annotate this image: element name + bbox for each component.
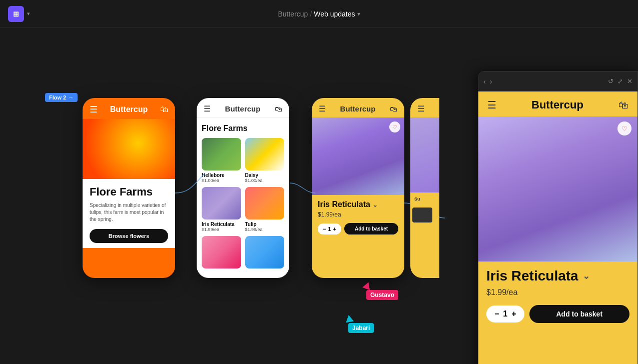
preview-hamburger-icon[interactable]: ☰ [487,99,496,111]
flow-label[interactable]: Flow 2 → [45,93,78,102]
frame-1: ☰ Buttercup 🛍 Flore Farms Specializing i… [83,98,175,278]
frame4-inner: ☰ M Su [410,98,439,278]
iris-image [202,187,241,220]
frame3-price: $1.99/ea [318,211,398,218]
frame1-content: Flore Farms Specializing in multiple var… [83,179,175,248]
product-grid: Hellebore $1.00/ea Daisy $1.00/ea Iris R… [202,138,284,270]
jabari-cursor-arrow [345,314,354,323]
frame3-hamburger-icon[interactable]: ☰ [319,104,326,114]
preview-content: ☰ Buttercup 🛍 ♡ Iris Reticulata ⌄ $1.99/… [478,92,637,364]
preview-app-header: ☰ Buttercup 🛍 [478,92,637,116]
topbar: ⊞ ▾ Buttercup / Web updates ▾ [0,0,638,28]
preview-add-to-basket-button[interactable]: Add to basket [529,305,629,323]
cursor-gustavo: Gustavo [363,282,371,289]
product-card-daisy[interactable]: Daisy $1.00/ea [245,138,285,183]
pink-flower-image [202,236,241,268]
frame2-header: ☰ Buttercup 🛍 [197,98,289,118]
product-card-hellebore[interactable]: Hellebore $1.00/ea [202,138,241,183]
product-card-blue[interactable] [245,236,285,270]
frame2-cart-icon[interactable]: 🛍 [275,104,282,113]
canvas: Flow 2 → ☰ Buttercup 🛍 Flore Farms Speci… [0,28,638,364]
preview-hero-image: ♡ [478,116,637,262]
hellebore-price: $1.00/ea [202,178,241,183]
frame1-header: ☰ Buttercup 🛍 [83,98,175,119]
frame3-header: ☰ Buttercup 🛍 [312,98,404,118]
gustavo-cursor-label: Gustavo [366,290,398,300]
qty-plus[interactable]: + [333,226,336,232]
preview-details: Iris Reticulata ⌄ $1.99/ea − 1 + Add to … [478,262,637,330]
preview-quantity-control[interactable]: − 1 + [486,306,524,322]
preview-toolbar: ‹ › ↺ ⤢ ✕ [478,72,637,92]
frame2-hamburger-icon[interactable]: ☰ [204,104,211,114]
preview-qty-plus[interactable]: + [511,310,516,318]
frame1-description: Specializing in multiple varieties of tu… [90,202,168,223]
breadcrumb-parent[interactable]: Buttercup [278,10,308,18]
frame3-hero-image: ♡ [312,118,404,195]
cursor-jabari: Jabari [345,315,353,322]
daisy-price: $1.00/ea [245,178,285,183]
frame4-hero [410,118,439,192]
frame1-title: Flore Farms [90,186,168,198]
preview-close-button[interactable]: ✕ [627,78,632,85]
preview-qty-minus[interactable]: − [494,310,499,318]
preview-brand: Buttercup [531,98,583,112]
qty-minus[interactable]: − [323,226,326,232]
frame3-cart-icon[interactable]: 🛍 [390,104,397,113]
frame4-hamburger-icon: ☰ [417,104,424,114]
frame3-details: Iris Reticulata ⌄ $1.99/ea − 1 + Add to … [312,195,404,240]
iris-price: $1.99/ea [202,227,241,232]
frame2-brand: Buttercup [225,104,261,113]
topbar-left: ⊞ ▾ [8,6,30,22]
hellebore-name: Hellebore [202,172,241,178]
tulip-price: $1.99/ea [245,227,285,232]
preview-panel: ‹ › ↺ ⤢ ✕ ☰ Buttercup 🛍 ♡ Iris Reticulat… [478,71,638,364]
frame4-header: ☰ M [410,98,439,118]
gustavo-cursor-arrow [362,281,372,290]
frame1-flower [83,119,175,179]
frame2-section-title: Flore Farms [202,124,284,133]
preview-heart-button[interactable]: ♡ [617,122,631,136]
frame3-heart-button[interactable]: ♡ [389,122,400,132]
preview-back-button[interactable]: ‹ [483,78,486,86]
frame4-sub: Su [410,192,439,206]
frame-2: ☰ Buttercup 🛍 Flore Farms Hellebore $1.0… [197,98,289,278]
frame1-cart-icon[interactable]: 🛍 [160,105,168,114]
browse-flowers-button[interactable]: Browse flowers [90,229,168,243]
frame1-hero-image [83,119,175,179]
preview-cart-icon[interactable]: 🛍 [618,100,628,111]
iris-name: Iris Reticulata [202,222,241,227]
breadcrumb: Buttercup / Web updates ▾ [278,10,360,18]
tulip-image [245,187,285,220]
product-card-tulip[interactable]: Tulip $1.99/ea [245,187,285,232]
preview-chevron-icon[interactable]: ⌄ [582,272,590,282]
add-to-basket-button[interactable]: Add to basket [344,223,398,234]
dropdown-chevron-icon[interactable]: ⌄ [372,201,378,208]
frame-4-partial: ☰ M Su [410,98,439,278]
frame4-dark-block [412,208,432,222]
preview-expand-button[interactable]: ⤢ [617,78,623,85]
frame3-product-name: Iris Reticulata ⌄ [318,200,398,209]
preview-refresh-button[interactable]: ↺ [608,78,613,85]
preview-actions: − 1 + Add to basket [486,305,629,323]
app-logo[interactable]: ⊞ [8,6,24,22]
daisy-image [245,138,285,170]
frame3-actions: − 1 + Add to basket [318,223,398,234]
preview-forward-button[interactable]: › [490,78,492,86]
blue-flower-image [245,236,285,268]
breadcrumb-current[interactable]: Web updates [314,10,355,18]
app-logo-icon: ⊞ [13,10,19,18]
frame1-hamburger-icon[interactable]: ☰ [90,104,98,115]
frame1-brand: Buttercup [110,105,148,114]
breadcrumb-dropdown[interactable]: ▾ [357,10,360,18]
quantity-control[interactable]: − 1 + [318,224,341,234]
dropdown-chevron[interactable]: ▾ [27,10,30,17]
tulip-name: Tulip [245,222,285,227]
product-card-iris[interactable]: Iris Reticulata $1.99/ea [202,187,241,232]
preview-price: $1.99/ea [486,288,629,297]
preview-product-name: Iris Reticulata ⌄ [486,268,629,284]
product-card-pink[interactable] [202,236,241,270]
frame3-brand: Buttercup [340,104,376,113]
preview-qty-value: 1 [503,310,507,318]
frame-3: ☰ Buttercup 🛍 ♡ Iris Reticulata ⌄ $1.99/… [312,98,404,278]
flow-label-arrow: → [68,94,74,100]
